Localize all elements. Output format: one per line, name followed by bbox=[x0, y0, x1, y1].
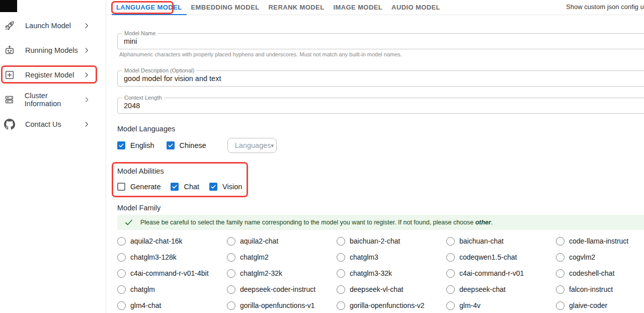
radio-chatglm[interactable]: chatglm bbox=[117, 281, 227, 297]
radio-icon bbox=[446, 301, 455, 310]
languages-select[interactable]: Languages▾ bbox=[227, 138, 277, 153]
radio-label: chatglm bbox=[130, 285, 155, 293]
radio-code-llama-instruct[interactable]: code-llama-instruct bbox=[556, 233, 644, 249]
sidebar-item-launch-model[interactable]: Launch Model bbox=[0, 13, 106, 38]
model-family-options: aquila2-chat-16kaquila2-chatbaichuan-2-c… bbox=[117, 233, 644, 313]
radio-chatglm3-128k[interactable]: chatglm3-128k bbox=[117, 249, 227, 265]
model-languages-label: Model Languages bbox=[117, 125, 644, 133]
context-length-field[interactable]: Context Length bbox=[117, 98, 644, 114]
radio-label: chatglm3-32k bbox=[350, 269, 392, 277]
radio-deepseek-vl-chat[interactable]: deepseek-vl-chat bbox=[337, 281, 446, 297]
radio-label: codeqwen1.5-chat bbox=[459, 253, 517, 261]
radio-label: chatglm3-128k bbox=[130, 253, 177, 261]
context-length-label: Context Length bbox=[122, 95, 164, 101]
radio-chatglm3-32k[interactable]: chatglm3-32k bbox=[337, 265, 446, 281]
radio-chatglm3[interactable]: chatglm3 bbox=[337, 249, 446, 265]
radio-deepseek-chat[interactable]: deepseek-chat bbox=[446, 281, 556, 297]
checkbox-label: Chinese bbox=[180, 141, 206, 149]
radio-label: c4ai-command-r-v01-4bit bbox=[130, 269, 209, 277]
tab-audio-model[interactable]: AUDIO MODEL bbox=[387, 0, 445, 15]
sidebar-item-label: Launch Model bbox=[25, 22, 71, 30]
sidebar-item-cluster-information[interactable]: Cluster Information bbox=[0, 87, 106, 112]
model-abilities-row: GenerateChatVision bbox=[117, 179, 644, 194]
radio-c4ai-command-r-v01[interactable]: c4ai-command-r-v01 bbox=[446, 265, 556, 281]
radio-label: gorilla-openfunctions-v2 bbox=[350, 301, 425, 309]
radio-aquila2-chat[interactable]: aquila2-chat bbox=[227, 233, 337, 249]
model-family-notice: Please be careful to select the family n… bbox=[117, 215, 644, 230]
radio-icon bbox=[337, 301, 345, 310]
radio-icon bbox=[227, 301, 235, 310]
model-abilities-label: Model Abilities bbox=[117, 167, 644, 175]
show-custom-json-config-link[interactable]: Show custom json config used b bbox=[566, 3, 644, 11]
sidebar-item-label: Register Model bbox=[25, 71, 74, 79]
model-name-label: Model Name bbox=[122, 30, 157, 37]
radio-icon bbox=[117, 301, 126, 310]
radio-label: cogvlm2 bbox=[569, 253, 595, 261]
radio-label: aquila2-chat bbox=[240, 237, 278, 245]
radio-glm-4v[interactable]: glm-4v bbox=[446, 297, 556, 313]
radio-icon bbox=[337, 253, 345, 262]
radio-label: chatglm3 bbox=[350, 253, 378, 261]
radio-glm4-chat[interactable]: glm4-chat bbox=[117, 297, 227, 313]
tab-rerank-model[interactable]: RERANK MODEL bbox=[264, 0, 329, 15]
radio-c4ai-command-r-v01-4bit[interactable]: c4ai-command-r-v01-4bit bbox=[117, 265, 227, 281]
radio-baichuan-2-chat[interactable]: baichuan-2-chat bbox=[337, 233, 446, 249]
tab-language-model[interactable]: LANGUAGE MODEL bbox=[112, 0, 187, 15]
checkbox-chat[interactable]: Chat bbox=[171, 183, 199, 191]
radio-aquila2-chat-16k[interactable]: aquila2-chat-16k bbox=[117, 233, 227, 249]
radio-icon bbox=[337, 269, 345, 278]
radio-label: deepseek-coder-instruct bbox=[240, 285, 315, 293]
radio-label: codeshell-chat bbox=[569, 269, 614, 277]
checkbox-vision[interactable]: Vision bbox=[209, 183, 242, 191]
sidebar-item-label: Running Models bbox=[25, 46, 78, 54]
radio-label: c4ai-command-r-v01 bbox=[459, 269, 524, 277]
radio-chatglm2-32k[interactable]: chatglm2-32k bbox=[227, 265, 337, 281]
radio-codeqwen1-5-chat[interactable]: codeqwen1.5-chat bbox=[446, 249, 556, 265]
unchecked-checkbox-icon bbox=[117, 183, 125, 191]
app-window: Launch ModelRunning ModelsRegister Model… bbox=[0, 0, 644, 313]
radio-icon bbox=[556, 285, 565, 294]
logo-placeholder bbox=[0, 0, 17, 12]
radio-label: baichuan-chat bbox=[459, 237, 504, 245]
radio-label: code-llama-instruct bbox=[569, 237, 628, 245]
sidebar-item-register-model[interactable]: Register Model bbox=[0, 62, 106, 87]
model-name-input[interactable] bbox=[118, 34, 644, 49]
radio-deepseek-coder-instruct[interactable]: deepseek-coder-instruct bbox=[227, 281, 337, 297]
sidebar-item-contact-us[interactable]: Contact Us bbox=[0, 112, 106, 136]
radio-codeshell-chat[interactable]: codeshell-chat bbox=[556, 265, 644, 281]
model-description-input[interactable] bbox=[118, 71, 644, 86]
radio-icon bbox=[446, 253, 455, 262]
tab-image-model[interactable]: IMAGE MODEL bbox=[329, 0, 387, 15]
sidebar-item-running-models[interactable]: Running Models bbox=[0, 38, 106, 62]
model-family-label: Model Family bbox=[117, 204, 644, 212]
sidebar-item-label: Cluster Information bbox=[25, 92, 83, 108]
rocket-icon bbox=[4, 20, 15, 31]
chevron-right-icon bbox=[83, 120, 91, 128]
radio-label: deepseek-vl-chat bbox=[350, 285, 404, 293]
register-form: Model Name Alphanumeric characters with … bbox=[106, 33, 644, 313]
radio-baichuan-chat[interactable]: baichuan-chat bbox=[446, 233, 556, 249]
checked-checkbox-icon bbox=[171, 183, 179, 191]
model-name-field[interactable]: Model Name bbox=[117, 33, 644, 49]
checkbox-english[interactable]: English bbox=[117, 141, 154, 149]
checked-checkbox-icon bbox=[117, 141, 125, 149]
radio-label: glm4-chat bbox=[130, 301, 161, 309]
chevron-down-icon: ▾ bbox=[271, 142, 274, 149]
context-length-input[interactable] bbox=[118, 98, 644, 113]
model-description-field[interactable]: Model Description (Optional) bbox=[117, 70, 644, 87]
model-languages-row: EnglishChineseLanguages▾ bbox=[117, 138, 644, 153]
checkbox-chinese[interactable]: Chinese bbox=[167, 141, 206, 149]
radio-glaive-coder[interactable]: glaive-coder bbox=[556, 297, 644, 313]
radio-cogvlm2[interactable]: cogvlm2 bbox=[556, 249, 644, 265]
model-type-tabs: LANGUAGE MODELEMBEDDING MODELRERANK MODE… bbox=[106, 0, 644, 15]
robot-icon bbox=[4, 45, 15, 56]
radio-label: chatglm2 bbox=[240, 253, 269, 261]
checkbox-label: English bbox=[130, 141, 154, 149]
radio-gorilla-openfunctions-v2[interactable]: gorilla-openfunctions-v2 bbox=[337, 297, 446, 313]
radio-falcon-instruct[interactable]: falcon-instruct bbox=[556, 281, 644, 297]
checkbox-generate[interactable]: Generate bbox=[117, 183, 160, 191]
chevron-right-icon bbox=[83, 22, 91, 30]
radio-chatglm2[interactable]: chatglm2 bbox=[227, 249, 337, 265]
tab-embedding-model[interactable]: EMBEDDING MODEL bbox=[187, 0, 264, 15]
radio-gorilla-openfunctions-v1[interactable]: gorilla-openfunctions-v1 bbox=[227, 297, 337, 313]
